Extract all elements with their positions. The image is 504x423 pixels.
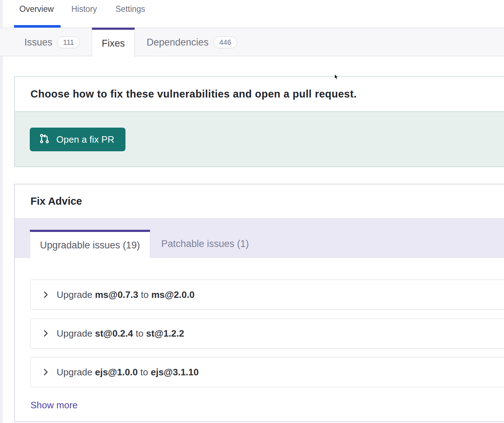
- tab-upgradable-issues[interactable]: Upgradable issues (19): [30, 230, 150, 258]
- fix-advice-card: Fix Advice Upgradable issues (19) Patcha…: [14, 184, 504, 422]
- tab-fixes-label: Fixes: [102, 38, 125, 49]
- fix-item-row[interactable]: Upgrade st@0.2.4 to st@1.2.2: [30, 318, 504, 348]
- tab-issues-label: Issues: [24, 37, 52, 48]
- tab-history[interactable]: History: [71, 4, 97, 14]
- tab-patchable-issues[interactable]: Patchable issues (1): [151, 230, 260, 258]
- chevron-right-icon[interactable]: [43, 369, 48, 376]
- tab-overview[interactable]: Overview: [19, 4, 54, 14]
- overview-active-underline: [14, 25, 61, 28]
- fix-item-text: Upgrade ms@0.7.3 to ms@2.0.0: [57, 289, 195, 300]
- show-more-link[interactable]: Show more: [30, 400, 78, 410]
- fix-item-row[interactable]: Upgrade ejs@1.0.0 to ejs@3.1.10: [30, 357, 504, 387]
- tab-issues[interactable]: Issues 111: [24, 28, 80, 57]
- fix-banner-card: Choose how to fix these vulnerabilities …: [14, 76, 504, 167]
- tab-fixes[interactable]: Fixes: [92, 28, 135, 57]
- fix-item-text: Upgrade st@0.2.4 to st@1.2.2: [57, 328, 184, 339]
- pull-request-icon: [40, 133, 49, 144]
- open-fix-pr-label: Open a fix PR: [56, 134, 114, 145]
- tab-patchable-issues-label: Patchable issues (1): [161, 238, 249, 249]
- left-gutter: [0, 0, 3, 423]
- fix-banner-body: Open a fix PR: [15, 111, 504, 167]
- tab-dependencies[interactable]: Dependencies 446: [147, 28, 237, 57]
- chevron-right-icon[interactable]: [43, 330, 48, 337]
- tab-upgradable-issues-label: Upgradable issues (19): [40, 240, 140, 251]
- dependencies-count-badge: 446: [213, 36, 237, 48]
- tab-dependencies-label: Dependencies: [147, 37, 209, 48]
- chevron-right-icon[interactable]: [43, 291, 48, 298]
- fix-item-text: Upgrade ejs@1.0.0 to ejs@3.1.10: [57, 367, 199, 378]
- open-fix-pr-button[interactable]: Open a fix PR: [30, 128, 125, 151]
- tab-settings[interactable]: Settings: [115, 4, 145, 14]
- mouse-cursor: [334, 74, 340, 81]
- fix-banner-header: Choose how to fix these vulnerabilities …: [15, 77, 504, 111]
- fix-banner-heading: Choose how to fix these vulnerabilities …: [30, 88, 357, 100]
- fix-item-row[interactable]: Upgrade ms@0.7.3 to ms@2.0.0: [30, 280, 504, 310]
- fix-advice-title: Fix Advice: [30, 184, 82, 218]
- issues-count-badge: 111: [57, 36, 80, 48]
